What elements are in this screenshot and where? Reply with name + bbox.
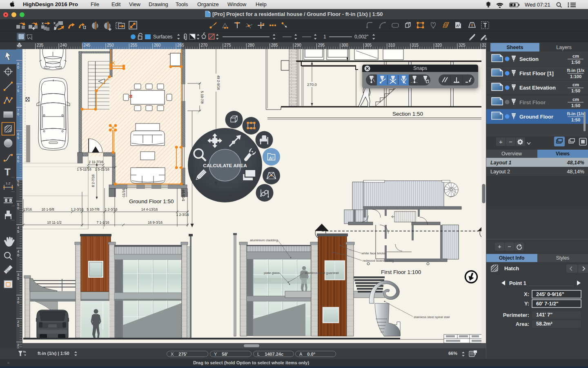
svg-text:0: 0 [17, 206, 19, 210]
svg-text:0,002": 0,002" [354, 34, 368, 40]
svg-text:5: 5 [17, 136, 19, 140]
svg-text:α: α [83, 24, 86, 30]
svg-text:stainless steel spiral stair: stainless steel spiral stair [414, 315, 450, 319]
svg-text:1 2-3/16: 1 2-3/16 [71, 207, 83, 211]
svg-text:1:50: 1:50 [571, 117, 580, 122]
svg-text:16 9-3/16: 16 9-3/16 [148, 220, 163, 224]
svg-text:5: 5 [17, 323, 19, 328]
svg-text:Y:: Y: [524, 301, 529, 307]
svg-text:141' 7": 141' 7" [536, 312, 552, 318]
svg-text:−: − [508, 243, 511, 250]
svg-text:...: ... [11, 132, 15, 136]
svg-text:First Floor: First Floor [519, 99, 546, 105]
svg-text:5: 5 [17, 89, 19, 93]
svg-text:48,14%: 48,14% [567, 160, 584, 166]
svg-text:0: 0 [17, 300, 19, 304]
svg-text:305: 305 [365, 43, 372, 47]
svg-text:cm: cm [572, 82, 579, 87]
svg-text:white face bricks: white face bricks [361, 251, 385, 255]
svg-text:A²: A² [269, 155, 274, 160]
svg-text:...: ... [11, 217, 15, 221]
svg-text:East Elevation: East Elevation [519, 85, 556, 91]
svg-text:0: 0 [17, 159, 19, 163]
svg-text:Point 1: Point 1 [509, 280, 526, 286]
svg-text:330: 330 [482, 43, 486, 47]
svg-text:245' 0-9/16": 245' 0-9/16" [536, 292, 564, 297]
svg-text:redwood board siding: redwood board siding [363, 259, 394, 263]
svg-text:58.2m²: 58.2m² [536, 321, 552, 327]
svg-text:245: 245 [84, 43, 91, 47]
svg-text:270.0: 270.0 [307, 82, 317, 87]
svg-text:5: 5 [17, 229, 19, 233]
svg-text:320: 320 [435, 43, 442, 47]
svg-text:CALCULATE AREA: CALCULATE AREA [203, 162, 247, 168]
svg-text:280: 280 [247, 43, 254, 47]
svg-text:5: 5 [17, 183, 19, 187]
svg-text:270: 270 [201, 43, 208, 47]
svg-text:cm: cm [572, 97, 579, 102]
svg-text:310: 310 [388, 43, 395, 47]
svg-text:Perimeter:: Perimeter: [503, 312, 529, 318]
svg-text:Section 1:50: Section 1:50 [392, 111, 423, 117]
svg-text:285: 285 [271, 43, 278, 47]
svg-text:49 2-9/16: 49 2-9/16 [216, 75, 220, 90]
svg-text:Area:: Area: [516, 321, 529, 327]
svg-text:+: + [499, 138, 503, 145]
svg-text:265: 265 [177, 43, 184, 47]
svg-text:14 4-13/16: 14 4-13/16 [141, 207, 158, 211]
svg-text:250: 250 [107, 43, 114, 47]
svg-text:1:100: 1:100 [570, 74, 581, 79]
svg-text:Layers: Layers [556, 45, 572, 50]
svg-text:10 11-1/2: 10 11-1/2 [47, 220, 62, 224]
svg-text:295: 295 [318, 43, 325, 47]
svg-text:ft-in (1/x: ft-in (1/x [567, 111, 585, 116]
svg-text:2 11-7/16: 2 11-7/16 [89, 160, 103, 164]
svg-text:8 2-7/16: 8 2-7/16 [91, 174, 95, 187]
svg-text:stainless steel guardrail: stainless steel guardrail [305, 271, 339, 275]
svg-text:Surfaces: Surfaces [153, 34, 172, 40]
svg-text:0: 0 [17, 253, 19, 257]
svg-text:-11/16: -11/16 [122, 188, 126, 198]
svg-text:10 1-5/8: 10 1-5/8 [41, 207, 54, 211]
svg-text:5 10-7/8: 5 10-7/8 [200, 91, 204, 103]
svg-text:First Floor [1]: First Floor [1] [519, 70, 554, 76]
svg-text:Views: Views [556, 151, 570, 157]
svg-text:ft-in (1/x: ft-in (1/x [567, 68, 585, 73]
svg-text:1: 1 [323, 34, 326, 40]
svg-text:First Floor 1:100: First Floor 1:100 [381, 269, 421, 275]
svg-text:Object Info: Object Info [499, 255, 525, 261]
svg-text:X:: X: [524, 291, 529, 297]
svg-text:255: 255 [130, 43, 137, 47]
svg-text:5: 5 [17, 276, 19, 280]
svg-text:240: 240 [60, 43, 67, 47]
svg-text:275: 275 [224, 43, 231, 47]
svg-text:0: 0 [17, 112, 19, 116]
svg-text:1 5-11/16: 1 5-11/16 [77, 167, 91, 171]
svg-text:+: + [498, 243, 501, 250]
svg-text:315: 315 [412, 43, 419, 47]
svg-text:Layout 1: Layout 1 [490, 160, 511, 166]
svg-text:−: − [509, 138, 512, 145]
svg-text:x: x [42, 21, 44, 25]
svg-text:7 1-1/16: 7 1-1/16 [96, 220, 109, 224]
svg-text:1:50: 1:50 [571, 88, 580, 93]
svg-text:Wed 07:21: Wed 07:21 [525, 2, 550, 8]
svg-text:x: x [53, 21, 56, 25]
svg-text:aluminium cladding: aluminium cladding [250, 238, 278, 242]
svg-text:-13/16: -13/16 [22, 207, 32, 211]
svg-text:1:50: 1:50 [571, 103, 580, 108]
svg-text:290: 290 [294, 43, 301, 47]
svg-text:T: T [4, 166, 11, 177]
svg-text:48,14%: 48,14% [567, 169, 584, 175]
svg-text:300: 300 [341, 43, 348, 47]
svg-text:Sheets: Sheets [507, 45, 523, 50]
svg-text:cm: cm [572, 54, 579, 58]
svg-text:...: ... [11, 174, 15, 178]
svg-text:60' 7-1/2": 60' 7-1/2" [536, 301, 559, 307]
svg-text:plate glass: plate glass [264, 271, 279, 275]
svg-text:5 10-7/8: 5 10-7/8 [87, 207, 99, 211]
svg-text:Styles: Styles [556, 255, 570, 261]
svg-text:Ground Floor 1:50: Ground Floor 1:50 [129, 198, 174, 204]
svg-text:...: ... [11, 188, 15, 193]
svg-text:Overview: Overview [501, 151, 522, 157]
